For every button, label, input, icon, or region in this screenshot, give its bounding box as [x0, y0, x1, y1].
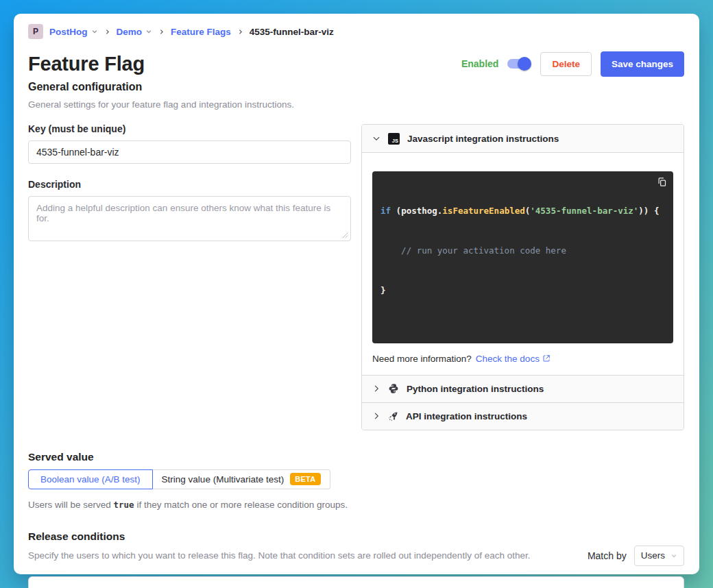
enabled-label: Enabled — [461, 58, 498, 69]
docs-link-label: Check the docs — [476, 354, 540, 364]
key-label: Key (must be unique) — [28, 123, 351, 134]
javascript-panel-body: if (posthog.isFeatureEnabled('4535-funne… — [362, 152, 684, 375]
code-comment-line: // run your activation code here — [380, 244, 665, 257]
python-panel-header[interactable]: Python integration instructions — [362, 375, 684, 402]
chevron-down-icon[interactable] — [145, 28, 152, 35]
feature-flag-card: P PostHog Demo Feature Flags 4535-funnel… — [14, 14, 699, 574]
served-value-heading: Served value — [28, 451, 684, 463]
chevron-right-icon — [372, 384, 380, 393]
breadcrumb: P PostHog Demo Feature Flags 4535-funnel… — [28, 22, 684, 41]
served-value-note: Users will be served true if they match … — [28, 500, 684, 510]
flag-form-column: Key (must be unique) Description — [28, 123, 351, 244]
save-changes-button[interactable]: Save changes — [601, 51, 684, 77]
toggle-knob[interactable] — [518, 57, 531, 71]
condition-set-box: Set 1 Condition set will match all users… — [28, 576, 684, 588]
general-configuration-heading: General configuration — [28, 81, 684, 93]
served-value-section: Served value Boolean value (A/B test) St… — [28, 451, 684, 510]
breadcrumb-current: 4535-funnel-bar-viz — [250, 27, 334, 37]
code-line: if (posthog.isFeatureEnabled('4535-funne… — [380, 204, 665, 217]
page-title: Feature Flag — [28, 53, 145, 75]
chevron-right-icon — [237, 28, 243, 36]
match-by-label: Match by — [588, 550, 627, 561]
description-field-wrap — [28, 196, 351, 244]
breadcrumb-project[interactable]: Demo — [117, 27, 153, 37]
beta-badge: BETA — [290, 473, 320, 485]
breadcrumb-org-label: PostHog — [49, 27, 88, 37]
api-panel-header[interactable]: API integration instructions — [362, 402, 684, 430]
match-by-select[interactable]: Users — [634, 546, 684, 566]
served-value-segmented-control: Boolean value (A/B test) String value (M… — [28, 469, 330, 489]
api-panel-title: API integration instructions — [406, 411, 527, 421]
description-textarea[interactable] — [28, 196, 351, 241]
key-input[interactable] — [28, 140, 351, 164]
match-by: Match by Users — [588, 546, 684, 566]
breadcrumb-project-label: Demo — [117, 27, 143, 37]
chevron-down-icon — [372, 134, 380, 143]
integration-instructions-group: JS Javascript integration instructions i… — [361, 124, 684, 430]
condition-set-header: Set 1 Condition set will match all users — [29, 577, 684, 588]
check-the-docs-link[interactable]: Check the docs — [476, 354, 551, 364]
api-rocket-icon — [388, 411, 398, 421]
delete-button[interactable]: Delete — [540, 52, 592, 76]
true-code-text: true — [114, 500, 134, 510]
javascript-panel-title: Javascript integration instructions — [407, 134, 559, 144]
release-conditions-heading: Release conditions — [28, 530, 684, 543]
external-link-icon — [542, 354, 551, 363]
breadcrumb-org[interactable]: PostHog — [49, 27, 98, 37]
docs-line: Need more information? Check the docs — [372, 354, 673, 364]
release-conditions-description: Specify the users to which you want to r… — [28, 550, 530, 561]
javascript-icon: JS — [388, 133, 400, 145]
org-avatar[interactable]: P — [28, 24, 43, 39]
select-chevron-icon — [670, 552, 677, 559]
chevron-right-icon — [372, 412, 380, 420]
chevron-right-icon — [158, 28, 165, 36]
resize-handle-icon[interactable] — [342, 232, 348, 238]
boolean-value-option[interactable]: Boolean value (A/B test) — [28, 469, 153, 489]
breadcrumb-feature-flags[interactable]: Feature Flags — [171, 27, 231, 37]
page-header: Feature Flag Enabled Delete Save changes — [28, 49, 684, 78]
string-value-option[interactable]: String value (Multivariate test) BETA — [153, 469, 330, 489]
javascript-panel-header[interactable]: JS Javascript integration instructions — [362, 125, 684, 152]
general-columns: Key (must be unique) Description JS Java… — [28, 123, 684, 430]
code-snippet: if (posthog.isFeatureEnabled('4535-funne… — [372, 171, 673, 343]
code-close-line: } — [380, 284, 665, 297]
chevron-right-icon — [104, 28, 110, 36]
docs-prefix: Need more information? — [372, 354, 472, 364]
enabled-toggle[interactable] — [506, 57, 531, 71]
string-value-label: String value (Multivariate test) — [162, 474, 285, 485]
chevron-down-icon[interactable] — [91, 28, 98, 35]
description-label: Description — [28, 179, 351, 190]
general-configuration-subheading: General settings for your feature flag a… — [28, 99, 684, 110]
python-panel-title: Python integration instructions — [407, 384, 544, 394]
match-by-value: Users — [641, 550, 665, 561]
release-conditions-row: Specify the users to which you want to r… — [28, 546, 684, 566]
release-conditions-section: Release conditions Specify the users to … — [28, 530, 684, 588]
python-icon — [388, 383, 399, 394]
header-actions: Enabled Delete Save changes — [461, 51, 684, 77]
copy-icon[interactable] — [657, 177, 667, 187]
